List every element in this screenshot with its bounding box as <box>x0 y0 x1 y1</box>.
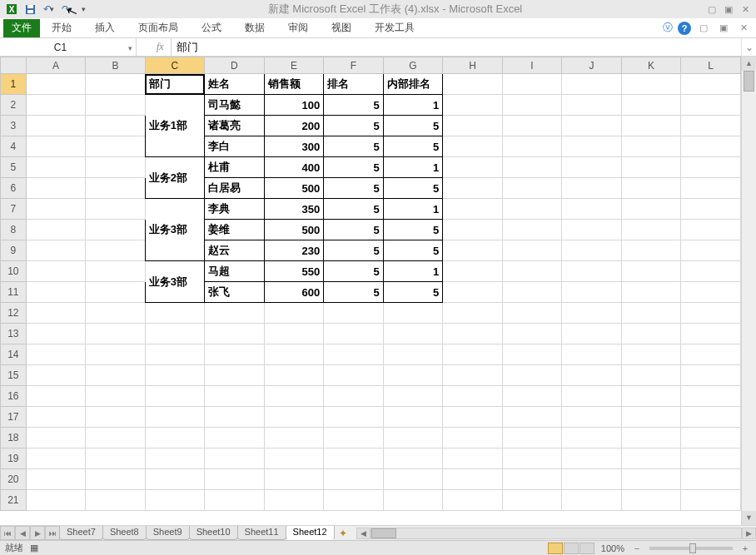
cell-C17[interactable] <box>145 407 205 428</box>
cell-H20[interactable] <box>443 469 503 490</box>
cell-C20[interactable] <box>145 469 205 490</box>
cell-E18[interactable] <box>264 428 324 448</box>
row-header-7[interactable]: 7 <box>1 199 27 220</box>
cell-L3[interactable] <box>681 116 741 136</box>
cell-F19[interactable] <box>324 448 384 469</box>
col-header-A[interactable]: A <box>26 57 86 74</box>
cell-B3[interactable] <box>86 116 146 136</box>
row-header-21[interactable]: 21 <box>1 490 27 511</box>
cell-L13[interactable] <box>681 324 741 344</box>
cell-J20[interactable] <box>562 469 622 490</box>
cell-G10[interactable]: 1 <box>383 261 443 282</box>
cell-H15[interactable] <box>443 365 503 386</box>
cell-K7[interactable] <box>621 199 681 220</box>
cell-L8[interactable] <box>681 220 741 240</box>
formula-input[interactable]: 部门 <box>172 38 741 56</box>
cell-A20[interactable] <box>26 469 86 490</box>
cell-A5[interactable] <box>26 157 86 178</box>
ribbon-tab-审阅[interactable]: 审阅 <box>276 17 320 38</box>
column-headers[interactable]: ABCDEFGHIJKL <box>1 57 741 74</box>
cell-G20[interactable] <box>383 469 443 490</box>
cell-J15[interactable] <box>562 365 622 386</box>
cell-H2[interactable] <box>443 95 503 116</box>
cell-K11[interactable] <box>621 282 681 303</box>
cell-D6[interactable]: 白居易 <box>205 178 265 199</box>
cell-K19[interactable] <box>621 448 681 469</box>
ribbon-minimize-icon[interactable]: ▢ <box>696 22 711 34</box>
col-header-G[interactable]: G <box>383 57 443 74</box>
cell-F14[interactable] <box>324 344 384 365</box>
cell-H14[interactable] <box>443 344 503 365</box>
row-header-9[interactable]: 9 <box>1 240 27 261</box>
cell-F21[interactable] <box>324 490 384 511</box>
cell-L20[interactable] <box>681 469 741 490</box>
cell-K21[interactable] <box>621 490 681 511</box>
cell-J9[interactable] <box>562 240 622 261</box>
cell-L2[interactable] <box>681 95 741 116</box>
cell-C5[interactable]: 业务2部 <box>145 157 205 199</box>
cell-C2[interactable]: 业务1部 <box>145 95 205 157</box>
tab-next-icon[interactable]: ▶ <box>30 526 45 540</box>
cell-L17[interactable] <box>681 407 741 428</box>
col-header-L[interactable]: L <box>681 57 741 74</box>
cell-H8[interactable] <box>443 220 503 240</box>
zoom-out-icon[interactable]: − <box>631 543 643 553</box>
col-header-H[interactable]: H <box>443 57 503 74</box>
ribbon-tab-开始[interactable]: 开始 <box>40 17 83 38</box>
page-break-view-icon[interactable] <box>579 543 594 554</box>
cell-G8[interactable]: 5 <box>383 220 443 240</box>
cell-A1[interactable] <box>26 74 86 95</box>
macro-record-icon[interactable]: ▦ <box>30 543 38 553</box>
cell-A10[interactable] <box>26 261 86 282</box>
cell-G15[interactable] <box>383 365 443 386</box>
cell-I9[interactable] <box>502 240 562 261</box>
cell-F9[interactable]: 5 <box>324 240 384 261</box>
cell-E2[interactable]: 100 <box>264 95 324 116</box>
cell-D5[interactable]: 杜甫 <box>205 157 265 178</box>
cell-C16[interactable] <box>145 386 205 407</box>
cell-H17[interactable] <box>443 407 503 428</box>
cell-K17[interactable] <box>621 407 681 428</box>
cell-J8[interactable] <box>562 220 622 240</box>
cell-B12[interactable] <box>86 303 146 324</box>
cell-D9[interactable]: 赵云 <box>205 240 265 261</box>
cell-D14[interactable] <box>205 344 265 365</box>
cell-D1[interactable]: 姓名 <box>205 74 265 95</box>
cell-E10[interactable]: 550 <box>264 261 324 282</box>
sheet-tab-Sheet9[interactable]: Sheet9 <box>146 526 190 540</box>
row-header-8[interactable]: 8 <box>1 220 27 240</box>
row-header-19[interactable]: 19 <box>1 448 27 469</box>
cell-B14[interactable] <box>86 344 146 365</box>
cell-E15[interactable] <box>264 365 324 386</box>
col-header-C[interactable]: C <box>145 57 205 74</box>
cell-B13[interactable] <box>86 324 146 344</box>
cell-H13[interactable] <box>443 324 503 344</box>
cell-D7[interactable]: 李典 <box>205 199 265 220</box>
cell-E1[interactable]: 销售额 <box>264 74 324 95</box>
cell-E7[interactable]: 350 <box>264 199 324 220</box>
sheet-tab-Sheet8[interactable]: Sheet8 <box>102 526 147 540</box>
row-header-13[interactable]: 13 <box>1 324 27 344</box>
cell-E20[interactable] <box>264 469 324 490</box>
zoom-knob[interactable] <box>689 543 696 553</box>
cell-A12[interactable] <box>26 303 86 324</box>
cell-E17[interactable] <box>264 407 324 428</box>
cell-L18[interactable] <box>681 428 741 448</box>
horizontal-scrollbar[interactable]: ◀ ▶ <box>356 526 756 540</box>
cell-E8[interactable]: 500 <box>264 220 324 240</box>
close-icon[interactable]: ✕ <box>738 3 753 15</box>
row-header-1[interactable]: 1 <box>1 74 27 95</box>
cell-F5[interactable]: 5 <box>324 157 384 178</box>
scroll-thumb[interactable] <box>744 71 754 92</box>
cell-D19[interactable] <box>205 448 265 469</box>
cell-D8[interactable]: 姜维 <box>205 220 265 240</box>
cell-H16[interactable] <box>443 386 503 407</box>
cell-L14[interactable] <box>681 344 741 365</box>
cell-G18[interactable] <box>383 428 443 448</box>
cell-H6[interactable] <box>443 178 503 199</box>
cell-C13[interactable] <box>145 324 205 344</box>
cell-K3[interactable] <box>621 116 681 136</box>
cell-G9[interactable]: 5 <box>383 240 443 261</box>
cell-D13[interactable] <box>205 324 265 344</box>
cell-G1[interactable]: 内部排名 <box>383 74 443 95</box>
